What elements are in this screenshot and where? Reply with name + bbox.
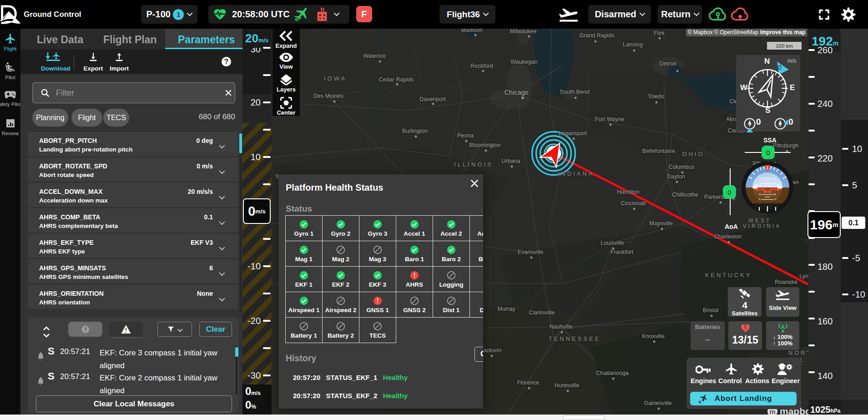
svg-text:20: 20 xyxy=(759,177,762,180)
svg-text:10: 10 xyxy=(759,193,762,196)
svg-text:10: 10 xyxy=(759,182,762,185)
svg-text:20: 20 xyxy=(773,177,776,180)
svg-text:10: 10 xyxy=(773,182,776,185)
svg-text:10: 10 xyxy=(774,193,777,196)
